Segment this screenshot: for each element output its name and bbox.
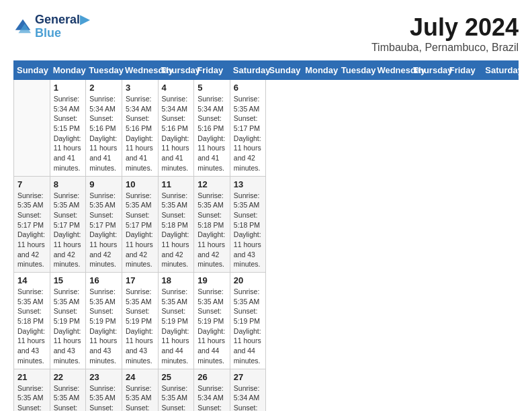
day-info: Sunrise: 5:35 AMSunset: 5:20 PMDaylight:… — [89, 383, 118, 412]
day-number: 2 — [89, 83, 118, 93]
column-header-sunday: Sunday — [14, 61, 50, 80]
calendar-cell: 14Sunrise: 5:35 AMSunset: 5:18 PMDayligh… — [14, 273, 50, 369]
day-info: Sunrise: 5:35 AMSunset: 5:20 PMDaylight:… — [54, 383, 83, 412]
day-number: 23 — [89, 372, 118, 382]
day-info: Sunrise: 5:35 AMSunset: 5:17 PMDaylight:… — [89, 191, 118, 270]
day-number: 18 — [162, 275, 191, 285]
column-header-saturday: Saturday — [482, 61, 519, 80]
calendar-cell: 22Sunrise: 5:35 AMSunset: 5:20 PMDayligh… — [50, 369, 86, 411]
calendar-week-row: 21Sunrise: 5:35 AMSunset: 5:20 PMDayligh… — [14, 369, 519, 411]
day-number: 11 — [162, 179, 191, 189]
calendar-cell: 3Sunrise: 5:34 AMSunset: 5:16 PMDaylight… — [122, 80, 158, 177]
calendar-cell: 20Sunrise: 5:35 AMSunset: 5:19 PMDayligh… — [230, 273, 266, 369]
calendar-week-row: 14Sunrise: 5:35 AMSunset: 5:18 PMDayligh… — [14, 273, 519, 369]
calendar-cell: 8Sunrise: 5:35 AMSunset: 5:17 PMDaylight… — [50, 176, 86, 273]
day-number: 25 — [162, 372, 191, 382]
calendar-cell: 7Sunrise: 5:35 AMSunset: 5:17 PMDaylight… — [14, 176, 50, 273]
calendar-cell: 26Sunrise: 5:34 AMSunset: 5:20 PMDayligh… — [194, 369, 230, 411]
day-info: Sunrise: 5:34 AMSunset: 5:20 PMDaylight:… — [197, 383, 226, 412]
calendar-cell: 19Sunrise: 5:35 AMSunset: 5:19 PMDayligh… — [194, 273, 230, 369]
title-block: July 2024 Timbauba, Pernambuco, Brazil — [371, 13, 519, 54]
day-number: 6 — [234, 83, 263, 93]
calendar-cell: 11Sunrise: 5:35 AMSunset: 5:18 PMDayligh… — [158, 176, 194, 273]
day-info: Sunrise: 5:35 AMSunset: 5:18 PMDaylight:… — [162, 191, 191, 270]
calendar-cell: 17Sunrise: 5:35 AMSunset: 5:19 PMDayligh… — [122, 273, 158, 369]
day-info: Sunrise: 5:35 AMSunset: 5:18 PMDaylight:… — [17, 287, 46, 366]
calendar-cell: 25Sunrise: 5:35 AMSunset: 5:20 PMDayligh… — [158, 369, 194, 411]
column-header-thursday: Thursday — [410, 61, 447, 80]
day-info: Sunrise: 5:35 AMSunset: 5:17 PMDaylight:… — [234, 94, 263, 173]
month-title: July 2024 — [371, 13, 519, 42]
day-info: Sunrise: 5:34 AMSunset: 5:16 PMDaylight:… — [89, 94, 118, 173]
day-info: Sunrise: 5:35 AMSunset: 5:17 PMDaylight:… — [54, 191, 83, 270]
calendar-cell: 27Sunrise: 5:34 AMSunset: 5:20 PMDayligh… — [230, 369, 266, 411]
calendar-week-row: 7Sunrise: 5:35 AMSunset: 5:17 PMDaylight… — [14, 176, 519, 273]
calendar-header-row: SundayMondayTuesdayWednesdayThursdayFrid… — [14, 61, 519, 80]
day-number: 14 — [17, 275, 46, 285]
calendar-cell: 12Sunrise: 5:35 AMSunset: 5:18 PMDayligh… — [194, 176, 230, 273]
day-number: 24 — [126, 372, 154, 382]
day-info: Sunrise: 5:35 AMSunset: 5:20 PMDaylight:… — [17, 383, 46, 412]
day-number: 21 — [17, 372, 46, 382]
calendar-cell: 6Sunrise: 5:35 AMSunset: 5:17 PMDaylight… — [230, 80, 266, 177]
day-info: Sunrise: 5:34 AMSunset: 5:20 PMDaylight:… — [234, 383, 263, 412]
page-header: General▶ Blue July 2024 Timbauba, Pernam… — [13, 13, 519, 54]
calendar-cell: 21Sunrise: 5:35 AMSunset: 5:20 PMDayligh… — [14, 369, 50, 411]
calendar-cell: 18Sunrise: 5:35 AMSunset: 5:19 PMDayligh… — [158, 273, 194, 369]
logo-icon — [13, 17, 32, 36]
column-header-monday: Monday — [302, 61, 339, 80]
calendar-cell: 24Sunrise: 5:35 AMSunset: 5:20 PMDayligh… — [122, 369, 158, 411]
column-header-wednesday: Wednesday — [374, 61, 410, 80]
calendar-cell: 4Sunrise: 5:34 AMSunset: 5:16 PMDaylight… — [158, 80, 194, 177]
day-number: 26 — [197, 372, 226, 382]
column-header-monday: Monday — [50, 61, 86, 80]
calendar-cell: 1Sunrise: 5:34 AMSunset: 5:15 PMDaylight… — [50, 80, 86, 177]
day-info: Sunrise: 5:35 AMSunset: 5:19 PMDaylight:… — [126, 287, 154, 366]
location-title: Timbauba, Pernambuco, Brazil — [371, 42, 519, 54]
day-info: Sunrise: 5:35 AMSunset: 5:19 PMDaylight:… — [197, 287, 226, 366]
logo-text: General▶ Blue — [35, 13, 89, 40]
day-info: Sunrise: 5:35 AMSunset: 5:18 PMDaylight:… — [234, 191, 263, 270]
day-number: 5 — [197, 83, 226, 93]
day-number: 4 — [162, 83, 191, 93]
day-number: 3 — [126, 83, 154, 93]
calendar-cell — [14, 80, 50, 177]
day-info: Sunrise: 5:35 AMSunset: 5:17 PMDaylight:… — [17, 191, 46, 270]
day-number: 13 — [234, 179, 263, 189]
calendar-table: SundayMondayTuesdayWednesdayThursdayFrid… — [13, 60, 519, 411]
day-number: 15 — [54, 275, 83, 285]
day-number: 16 — [89, 275, 118, 285]
calendar-cell: 9Sunrise: 5:35 AMSunset: 5:17 PMDaylight… — [86, 176, 122, 273]
calendar-cell: 15Sunrise: 5:35 AMSunset: 5:19 PMDayligh… — [50, 273, 86, 369]
day-info: Sunrise: 5:34 AMSunset: 5:16 PMDaylight:… — [162, 94, 191, 173]
day-number: 8 — [54, 179, 83, 189]
column-header-sunday: Sunday — [266, 61, 302, 80]
day-number: 10 — [126, 179, 154, 189]
day-number: 20 — [234, 275, 263, 285]
day-info: Sunrise: 5:35 AMSunset: 5:18 PMDaylight:… — [197, 191, 226, 270]
day-number: 7 — [17, 179, 46, 189]
day-info: Sunrise: 5:35 AMSunset: 5:20 PMDaylight:… — [162, 383, 191, 412]
column-header-tuesday: Tuesday — [338, 61, 374, 80]
day-info: Sunrise: 5:35 AMSunset: 5:19 PMDaylight:… — [234, 287, 263, 366]
calendar-cell: 10Sunrise: 5:35 AMSunset: 5:17 PMDayligh… — [122, 176, 158, 273]
column-header-thursday: Thursday — [158, 61, 194, 80]
calendar-cell: 16Sunrise: 5:35 AMSunset: 5:19 PMDayligh… — [86, 273, 122, 369]
column-header-wednesday: Wednesday — [122, 61, 158, 80]
column-header-friday: Friday — [194, 61, 230, 80]
calendar-week-row: 1Sunrise: 5:34 AMSunset: 5:15 PMDaylight… — [14, 80, 519, 177]
day-number: 17 — [126, 275, 154, 285]
day-number: 27 — [234, 372, 263, 382]
day-number: 9 — [89, 179, 118, 189]
day-info: Sunrise: 5:35 AMSunset: 5:19 PMDaylight:… — [162, 287, 191, 366]
day-info: Sunrise: 5:35 AMSunset: 5:19 PMDaylight:… — [89, 287, 118, 366]
calendar-cell: 5Sunrise: 5:34 AMSunset: 5:16 PMDaylight… — [194, 80, 230, 177]
day-info: Sunrise: 5:35 AMSunset: 5:20 PMDaylight:… — [126, 383, 154, 412]
calendar-cell: 2Sunrise: 5:34 AMSunset: 5:16 PMDaylight… — [86, 80, 122, 177]
day-info: Sunrise: 5:34 AMSunset: 5:16 PMDaylight:… — [126, 94, 154, 173]
logo: General▶ Blue — [13, 13, 89, 40]
column-header-tuesday: Tuesday — [86, 61, 122, 80]
column-header-friday: Friday — [446, 61, 482, 80]
calendar-cell: 23Sunrise: 5:35 AMSunset: 5:20 PMDayligh… — [86, 369, 122, 411]
day-info: Sunrise: 5:34 AMSunset: 5:15 PMDaylight:… — [54, 94, 83, 173]
